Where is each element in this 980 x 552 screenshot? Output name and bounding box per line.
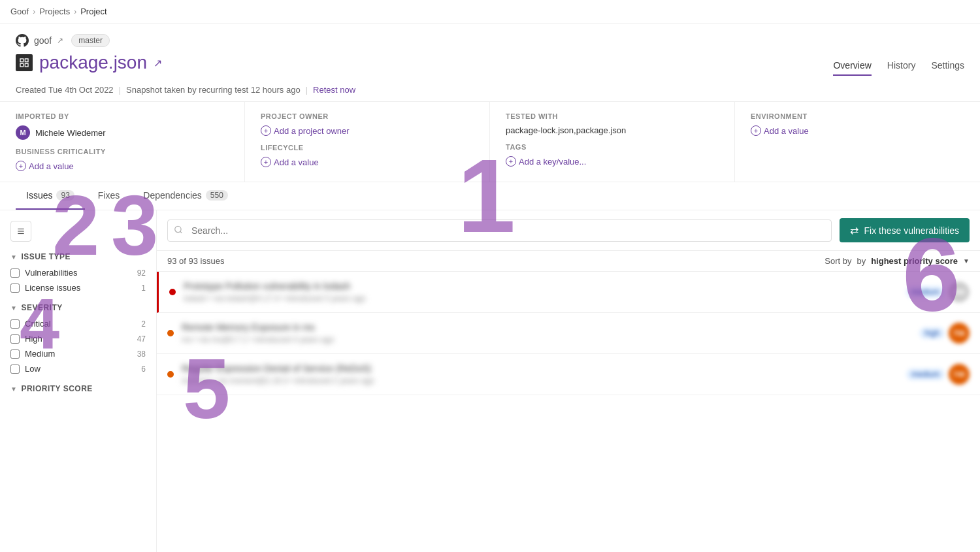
tags-cell: TAGS + Add a key/value... xyxy=(506,143,719,167)
lifecycle-add[interactable]: + Add a value xyxy=(261,157,474,167)
label-high: High xyxy=(25,334,42,344)
imported-by-label: IMPORTED BY xyxy=(16,112,229,120)
checkbox-vulnerabilities[interactable] xyxy=(10,268,20,278)
master-badge: master xyxy=(71,34,110,47)
filter-item-license-issues: License issues 1 xyxy=(10,283,146,293)
filter-item-medium: Medium 38 xyxy=(10,349,146,359)
issues-count-text: 93 of 93 issues xyxy=(167,256,224,266)
issue-meta: lodash • via lodash@4.17.4 • introduced … xyxy=(184,294,906,303)
label-license-issues: License issues xyxy=(25,283,80,293)
chevron-down-icon-priority: ▼ xyxy=(10,385,17,393)
info-cell-tested-with: TESTED WITH package-lock.json,package.js… xyxy=(490,102,735,182)
plus-icon-env: + xyxy=(751,125,761,136)
filter-section-priority-score: ▼ PRIORITY SCORE xyxy=(10,384,146,393)
issue-type-section-header[interactable]: ▼ ISSUE TYPE xyxy=(10,252,146,261)
svg-rect-1 xyxy=(25,59,28,62)
tested-with-label: TESTED WITH xyxy=(506,112,719,120)
svg-rect-2 xyxy=(20,63,24,67)
checkbox-medium[interactable] xyxy=(10,349,20,359)
breadcrumb-goof[interactable]: Goof xyxy=(10,7,29,16)
severity-section-header[interactable]: ▼ SEVERITY xyxy=(10,303,146,312)
snapshot-info: Snapshot taken by recurring test 12 hour… xyxy=(126,85,301,95)
fix-icon: ⇄ xyxy=(850,224,858,236)
issue-badge: high xyxy=(919,327,945,339)
header-top: goof ↗ master xyxy=(16,34,964,47)
nav-settings[interactable]: Settings xyxy=(931,60,964,76)
tab-fixes[interactable]: Fixes xyxy=(88,182,130,210)
project-type-icon xyxy=(16,54,33,71)
tab-dependencies[interactable]: Dependencies 550 xyxy=(133,182,238,210)
tags-label: TAGS xyxy=(506,143,719,151)
issue-meta: moment • via moment@2.19.3 • introduced … xyxy=(182,376,906,385)
info-grid: IMPORTED BY M Michele Wiedemer BUSINESS … xyxy=(0,102,980,182)
filter-icon-button[interactable] xyxy=(10,221,31,242)
breadcrumb-sep-1: › xyxy=(33,7,35,16)
tab-issues[interactable]: Issues 93 xyxy=(16,182,85,210)
project-name: package.json xyxy=(39,52,147,73)
checkbox-high[interactable] xyxy=(10,334,20,344)
nav-history[interactable]: History xyxy=(887,60,916,76)
issue-name: Regular Expression Denial of Service (Re… xyxy=(182,363,906,374)
checkbox-license-issues[interactable] xyxy=(10,284,20,293)
plus-icon-po: + xyxy=(261,125,271,136)
breadcrumb-projects[interactable]: Projects xyxy=(39,7,70,16)
retest-link[interactable]: Retest now xyxy=(313,85,355,95)
tags-add[interactable]: + Add a key/value... xyxy=(506,156,719,167)
priority-score-circle: 756 xyxy=(949,323,970,344)
issue-badge: medium xyxy=(906,368,945,380)
svg-line-8 xyxy=(180,231,182,233)
svg-rect-0 xyxy=(20,59,24,62)
project-external-icon[interactable]: ↗ xyxy=(154,57,162,69)
search-icon xyxy=(174,225,183,236)
filter-section-issue-type: ▼ ISSUE TYPE Vulnerabilities 92 License … xyxy=(10,252,146,293)
plus-icon-lc: + xyxy=(261,157,271,167)
sort-control[interactable]: Sort by by highest priority score ▼ xyxy=(825,256,970,266)
filter-item-high: High 47 xyxy=(10,334,146,344)
project-owner-add[interactable]: + Add a project owner xyxy=(261,125,474,136)
environment-label: ENVIRONMENT xyxy=(751,112,964,120)
main-area: ▼ ISSUE TYPE Vulnerabilities 92 License … xyxy=(0,210,980,552)
header-nav: Overview History Settings xyxy=(833,60,964,76)
user-avatar: M xyxy=(16,125,30,140)
plus-icon-bc: + xyxy=(16,161,26,171)
issue-row[interactable]: Prototype Pollution vulnerability in lod… xyxy=(157,272,980,313)
priority-score-label: PRIORITY SCORE xyxy=(21,384,92,393)
external-icon-repo: ↗ xyxy=(57,36,63,45)
project-title-row: package.json ↗ xyxy=(16,52,964,73)
priority-score-section-header[interactable]: ▼ PRIORITY SCORE xyxy=(10,384,146,393)
dependencies-badge: 550 xyxy=(206,190,228,201)
checkbox-critical[interactable] xyxy=(10,319,20,329)
sort-by-label: Sort by xyxy=(825,256,851,266)
nav-overview[interactable]: Overview xyxy=(833,60,871,76)
count-high: 47 xyxy=(137,334,146,344)
severity-dot-high xyxy=(167,371,174,378)
sidebar: ▼ ISSUE TYPE Vulnerabilities 92 License … xyxy=(0,210,157,552)
checkbox-low[interactable] xyxy=(10,365,20,374)
lifecycle-cell: LIFECYCLE + Add a value xyxy=(261,144,474,167)
filter-item-low: Low 6 xyxy=(10,364,146,374)
tested-with-value: package-lock.json,package.json xyxy=(506,125,719,135)
issue-row[interactable]: Regular Expression Denial of Service (Re… xyxy=(157,354,980,395)
info-cell-imported-by: IMPORTED BY M Michele Wiedemer BUSINESS … xyxy=(0,102,245,182)
info-cell-environment: ENVIRONMENT + Add a value xyxy=(735,102,980,182)
plus-icon-tags: + xyxy=(506,156,516,167)
chevron-down-icon-severity: ▼ xyxy=(10,304,17,312)
search-box xyxy=(167,219,832,242)
count-low: 6 xyxy=(141,365,146,374)
count-license-issues: 1 xyxy=(141,284,146,293)
issue-row[interactable]: Remote Memory Exposure in ms ms • via ms… xyxy=(157,313,980,354)
label-critical: Critical xyxy=(25,319,51,329)
issue-badge: medium xyxy=(906,286,945,298)
count-medium: 38 xyxy=(137,349,146,359)
environment-add[interactable]: + Add a value xyxy=(751,125,964,136)
label-vulnerabilities: Vulnerabilities xyxy=(25,268,77,278)
issues-badge: 93 xyxy=(56,190,74,201)
meta-bar: Created Tue 4th Oct 2022 | Snapshot take… xyxy=(0,78,980,102)
filter-item-vulnerabilities: Vulnerabilities 92 xyxy=(10,268,146,278)
project-owner-label: PROJECT OWNER xyxy=(261,112,474,120)
fix-vulnerabilities-button[interactable]: ⇄ Fix these vulnerabilities xyxy=(840,218,970,242)
label-low: Low xyxy=(25,364,41,374)
search-input[interactable] xyxy=(167,219,832,242)
business-criticality-add[interactable]: + Add a value xyxy=(16,161,229,171)
filter-section-severity: ▼ SEVERITY Critical 2 High 47 xyxy=(10,303,146,374)
